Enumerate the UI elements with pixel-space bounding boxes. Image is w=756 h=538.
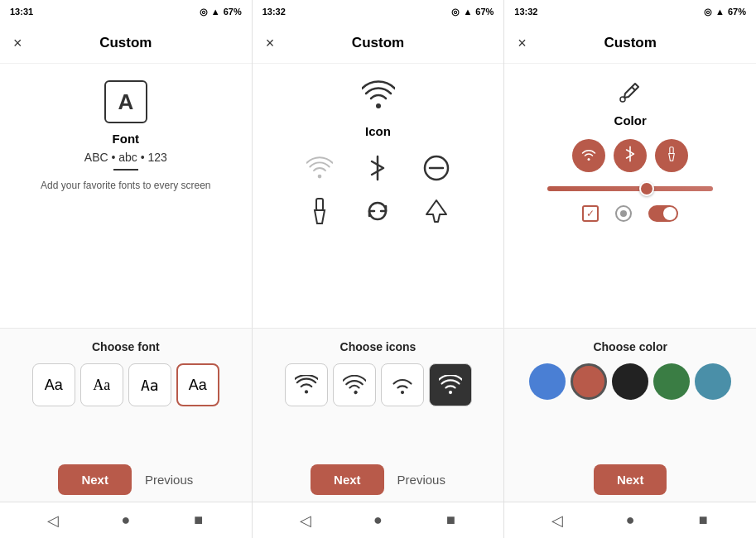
font-divider [113,169,138,171]
color-option-green[interactable] [653,363,690,400]
panel-icon-title: Custom [352,35,404,51]
wifi-circle-icon [580,147,597,165]
color-circle-flashlight [655,139,688,172]
flashlight-icon-grid [296,195,344,228]
nav-section-1: ◁ ● ■ [0,502,253,538]
signal-icon-1: ◎ [200,7,208,17]
panel-font-title: Custom [99,35,152,51]
font-next-button[interactable]: Next [58,464,132,495]
panel-font-header: × Custom [0,23,252,64]
font-option-3[interactable]: Aa [128,363,171,406]
font-icon: A [104,80,147,123]
svg-point-5 [620,97,625,102]
bluetooth-circle-icon [624,146,636,166]
color-main-label: Color [614,113,647,127]
panel-color: × Custom Color [504,23,756,328]
color-option-brown[interactable] [571,363,607,400]
bottom-font-panel: Choose font Aa Aa Aa Aa Next Previous [0,329,253,502]
rotate-icon-grid [354,195,402,228]
font-option-4-selected[interactable]: Aa [176,363,219,406]
checkbox-icon[interactable]: ✓ [582,205,599,222]
toggle-thumb [663,207,677,220]
radio-inner [620,210,627,217]
toggle-icon[interactable] [648,205,678,222]
nav-section-3: ◁ ● ■ [504,502,756,538]
icon-grid [296,151,461,228]
eyedropper-icon [619,80,642,108]
panel-icon-header: × Custom [253,23,504,64]
svg-rect-3 [316,199,323,210]
signal-icon-2: ◎ [451,7,460,17]
main-panels: × Custom A Font ABC • abc • 123 Add your… [0,23,756,328]
icon-action-row: Next Previous [311,464,445,495]
status-icons-2: ◎ ▲ 67% [451,7,494,17]
status-icons-1: ◎ ▲ 67% [200,7,242,17]
back-btn-3[interactable]: ◁ [545,508,570,533]
signal-icon-3: ◎ [704,7,712,17]
flashlight-circle-icon [667,146,677,166]
icon-next-button[interactable]: Next [311,464,384,495]
minus-icon-grid [412,151,461,185]
panel-icon: × Custom Icon [253,23,505,328]
bottom-icon-panel: Choose icons [253,329,505,502]
back-btn-2[interactable]: ◁ [293,508,318,533]
icon-options-row [285,363,472,406]
panel-icon-content: Icon [253,64,504,328]
slider-track [547,186,713,191]
svg-rect-7 [670,147,673,154]
font-prev-button[interactable]: Previous [145,473,193,487]
home-btn-1[interactable]: ● [113,508,138,533]
icon-option-2[interactable] [333,363,376,406]
back-btn-1[interactable]: ◁ [41,508,65,533]
color-option-blue[interactable] [529,363,566,400]
icon-option-4[interactable] [429,363,472,406]
panel-font: × Custom A Font ABC • abc • 123 Add your… [0,23,253,328]
home-btn-3[interactable]: ● [618,508,643,533]
close-btn-color[interactable]: × [518,35,527,52]
font-options-row: Aa Aa Aa Aa [32,363,219,406]
font-action-row: Next Previous [58,464,193,495]
close-btn-font[interactable]: × [13,35,22,52]
font-option-1[interactable]: Aa [32,363,75,406]
color-next-button[interactable]: Next [594,464,667,495]
battery-3: 67% [728,7,746,17]
bluetooth-icon-grid [354,151,402,185]
color-slider[interactable] [547,185,713,192]
svg-point-9 [448,391,451,394]
svg-line-4 [632,87,635,90]
close-btn-icon[interactable]: × [266,35,275,52]
svg-point-8 [400,391,403,394]
bottom-icon-label: Choose icons [340,340,417,353]
airplane-icon-grid [412,195,461,228]
icon-prev-button[interactable]: Previous [397,473,445,487]
status-icons-3: ◎ ▲ 67% [704,7,746,17]
status-bars: 13:31 ◎ ▲ 67% 13:32 ◎ ▲ 67% 13:32 ◎ ▲ 67… [0,0,756,23]
square-btn-2[interactable]: ■ [438,508,463,533]
time-1: 13:31 [10,7,33,17]
wifi-main-icon [362,80,395,118]
icon-option-1[interactable] [285,363,328,406]
color-option-black[interactable] [612,363,648,400]
font-option-2[interactable]: Aa [80,363,123,406]
font-sample: ABC • abc • 123 [84,151,167,164]
home-btn-2[interactable]: ● [366,508,391,533]
color-action-row: Next [594,464,667,495]
color-controls: ✓ [582,205,678,222]
status-bar-1: 13:31 ◎ ▲ 67% [0,0,253,23]
time-2: 13:32 [262,7,286,17]
color-options-row [529,363,731,400]
bottom-color-label: Choose color [593,340,667,353]
square-btn-3[interactable]: ■ [691,508,715,533]
color-circle-wifi [572,139,605,172]
radio-icon[interactable] [615,205,632,222]
wifi-icon-1: ▲ [211,7,220,17]
color-option-teal[interactable] [695,363,731,400]
square-btn-1[interactable]: ■ [186,508,211,533]
nav-section-2: ◁ ● ■ [253,502,505,538]
icon-option-3[interactable] [381,363,424,406]
panel-font-content: A Font ABC • abc • 123 Add your favorite… [0,64,252,328]
bottom-color-panel: Choose color Next [504,329,756,502]
time-3: 13:32 [514,7,537,17]
panel-color-title: Custom [604,35,657,51]
slider-thumb[interactable] [639,181,654,196]
